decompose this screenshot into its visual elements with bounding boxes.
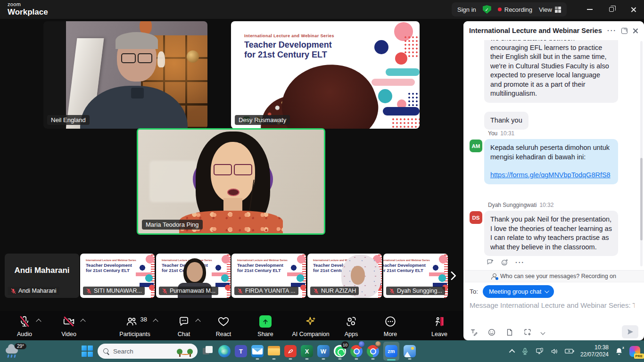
security-shield-icon[interactable] [483,5,491,14]
share-button[interactable]: Share [249,315,282,337]
participant-name: Maria Teodora Ping [146,221,199,228]
format-text-icon[interactable] [470,328,478,337]
send-icon [627,328,634,336]
message-header: Dyah Sunggingwati10:32 [488,202,553,208]
chat-button[interactable]: Chat [168,315,200,337]
message-more-icon[interactable]: ··· [515,259,525,266]
avatar-am[interactable]: AM [470,140,482,152]
more-label: More [374,331,406,337]
hidden-icons-chevron[interactable] [509,349,515,355]
chat-more-icon[interactable]: ··· [607,27,617,34]
tray-volume-icon[interactable] [550,347,559,355]
chat-message-bubble: Kepada seluruh peserta dimohon untuk men… [484,139,618,184]
chat-popout-icon[interactable] [621,28,627,34]
video-label: Video [51,331,87,337]
name-tag: Dyah Sungging... [386,287,445,295]
temperature-badge: 29° [15,343,26,349]
titlebar-controls: Sign in Recording View [452,2,567,16]
video-tile-maria-teodora-ping-active-speaker[interactable]: Maria Teodora Ping [137,128,325,235]
video-tile-neil-england[interactable]: Neil England [43,21,207,129]
edge-icon [218,345,231,357]
minimize-button[interactable] [579,0,601,19]
avatar-ds[interactable]: DS [470,211,482,224]
message-actions: ··· [486,258,525,266]
acrobat-icon [284,345,297,357]
compose-more-caret[interactable] [541,330,545,335]
person-face [187,262,203,282]
teams-app[interactable]: T [235,343,247,360]
message-author: Dyah Sunggingwati [488,202,537,208]
start-button[interactable] [81,343,93,360]
react-button[interactable]: React [208,315,239,337]
restore-button[interactable] [601,0,622,19]
avatar-initials: DS [472,215,480,221]
video-tile-desy-rusmawaty[interactable]: International Lecture and Webinar Series… [231,21,420,129]
task-view-button[interactable] [202,343,214,360]
participants-button[interactable]: 38 Participants [112,315,157,337]
slide-title: Teacher Developmentfor 21st Century ELT [383,263,426,273]
taskbar-clock[interactable]: 10:38 22/07/2024 [580,344,609,358]
photos-icon [404,345,416,357]
more-button[interactable]: More [374,315,406,337]
filmstrip-next-button[interactable] [445,264,458,288]
strip-tile-siti[interactable]: International Lecture and Webinar Series… [80,254,155,298]
excel-app[interactable]: X [301,343,313,360]
recording-indicator[interactable]: Recording [498,6,532,13]
acrobat-app[interactable] [284,343,297,360]
participant-name: Andi Maharani [18,288,57,294]
attach-file-icon[interactable] [505,328,514,337]
copilot-icon[interactable]: PRE [629,346,640,357]
strip-tile-dyah[interactable]: International Lecture and Webinar Series… [383,254,448,298]
search-highlight-image[interactable] [176,346,195,357]
chat-message-bubble: Thank you pak Neil for the presentation,… [484,211,618,256]
edge-app[interactable] [218,343,231,360]
send-to-dropdown[interactable]: Meeting group chat [483,285,554,298]
word-app[interactable]: W [317,343,330,360]
tray-battery-icon[interactable] [565,347,574,355]
leave-button[interactable]: Leave [422,315,456,337]
apps-label: Apps [336,331,367,337]
weather-widget[interactable]: 29° [5,343,26,359]
reply-icon[interactable] [486,258,494,266]
view-button[interactable]: View [539,6,561,13]
whatsapp-app[interactable]: 10 [334,343,346,360]
tray-mic-icon[interactable] [521,347,529,355]
strip-tile-nur-azizah[interactable]: International Lecture and Webinar Series… [307,254,382,298]
chrome-profile2-app[interactable] [367,343,379,360]
logo-workplace-text: Workplace [8,8,48,16]
emoji-icon[interactable] [487,328,496,337]
minimize-icon [587,9,593,10]
sign-in-button[interactable]: Sign in [457,6,476,13]
send-button[interactable] [622,325,638,338]
chat-privacy-notice[interactable]: Who can see your messages? Recording on [463,270,644,282]
taskbar-search[interactable]: Search [98,344,198,359]
apps-button[interactable]: Apps [336,315,367,337]
audio-button[interactable]: Audio [8,315,41,337]
chat-scrollbar-thumb[interactable] [640,158,643,240]
tray-display-icon[interactable] [535,347,544,355]
view-grid-icon [555,7,561,13]
zoom-app-active[interactable]: zm [383,342,399,361]
attendance-form-link[interactable]: https://forms.gle/qgMNVbpTodqG8RfS8 [490,171,611,179]
photos-app[interactable] [404,343,416,360]
close-button[interactable] [622,0,644,19]
strip-tile-firda[interactable]: International Lecture and Webinar Series… [231,254,306,298]
chat-close-icon[interactable] [632,28,638,34]
slide-kicker: International Lecture and Webinar Series [86,259,136,262]
notification-bell-icon[interactable]: z [615,347,623,355]
mail-app[interactable] [251,343,264,360]
screenshot-icon[interactable] [523,328,532,337]
chat-message-input[interactable] [470,301,635,309]
send-to-value: Meeting group chat [489,288,541,295]
strip-tile-andi-maharani[interactable]: Andi Maharani Andi Maharani [5,254,79,298]
video-button[interactable]: Video [51,315,87,337]
leave-label: Leave [422,331,456,337]
add-reaction-icon[interactable] [501,258,509,266]
whatsapp-badge: 10 [341,341,349,349]
chrome-profile1-app[interactable] [350,343,363,360]
file-explorer-app[interactable] [268,343,280,360]
strip-tile-purnamawati[interactable]: International Lecture and Webinar Series… [156,254,231,298]
message-text: Kepada seluruh peserta dimohon untuk men… [490,144,610,161]
ai-companion-button[interactable]: AI Companion [286,315,336,337]
participant-name: SITI MUNAWAR... [94,288,142,294]
